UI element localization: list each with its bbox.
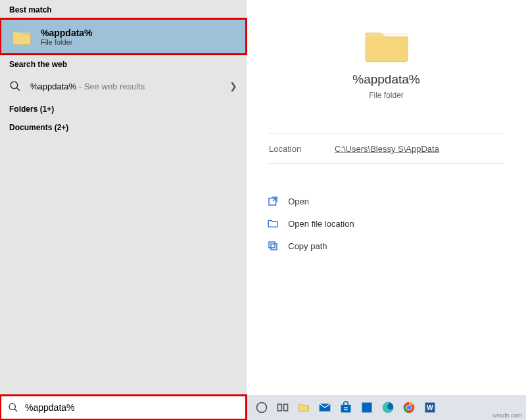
preview-title: %appdata%: [352, 72, 419, 87]
task-view-icon[interactable]: [274, 399, 291, 416]
taskbar-search-box[interactable]: [0, 395, 247, 420]
svg-rect-8: [278, 404, 282, 411]
copy-path-action[interactable]: Copy path: [260, 235, 512, 257]
chrome-icon[interactable]: [400, 399, 418, 416]
svg-rect-15: [346, 409, 347, 410]
svg-rect-9: [284, 404, 288, 411]
store-icon[interactable]: [337, 399, 354, 416]
results-panel: Best match %appdata% File folder Search …: [0, 0, 247, 395]
location-label: Location: [269, 144, 335, 154]
best-match-title: %appdata%: [41, 28, 93, 38]
svg-rect-11: [341, 405, 351, 413]
folder-icon: [12, 29, 32, 45]
svg-text:W: W: [427, 404, 433, 411]
svg-point-20: [407, 406, 412, 410]
folder-location-icon: [267, 218, 279, 229]
best-match-text: %appdata% File folder: [41, 28, 93, 46]
folders-category[interactable]: Folders (1+): [0, 99, 247, 118]
location-row: Location C:\Users\Blessy S\AppData: [269, 140, 504, 163]
documents-category[interactable]: Documents (2+): [0, 118, 247, 136]
best-match-header: Best match: [0, 0, 247, 18]
search-icon: [9, 80, 21, 92]
watermark: wsxdn.com: [492, 412, 522, 419]
app-icon[interactable]: [358, 399, 375, 416]
svg-line-6: [14, 409, 17, 411]
search-icon: [8, 402, 18, 413]
taskbar-icons: W: [247, 399, 439, 416]
word-icon[interactable]: W: [421, 399, 439, 416]
best-match-result[interactable]: %appdata% File folder: [0, 18, 247, 55]
copy-path-label: Copy path: [288, 241, 327, 251]
svg-rect-3: [271, 244, 277, 250]
divider: [269, 133, 504, 133]
svg-rect-14: [345, 409, 346, 410]
divider: [269, 163, 504, 164]
cortana-icon[interactable]: [253, 399, 270, 416]
open-file-location-action[interactable]: Open file location: [260, 212, 512, 235]
web-result-item[interactable]: %appdata% - See web results ❯: [0, 73, 247, 99]
web-result-hint: - See web results: [76, 82, 145, 91]
search-web-header: Search the web: [0, 55, 247, 73]
file-explorer-icon[interactable]: [295, 399, 312, 416]
copy-icon: [267, 240, 279, 252]
best-match-subtitle: File folder: [41, 38, 93, 46]
open-location-label: Open file location: [288, 219, 354, 229]
open-icon: [267, 195, 279, 207]
preview-subtitle: File folder: [369, 91, 404, 100]
search-results-window: Best match %appdata% File folder Search …: [0, 0, 526, 395]
folder-icon: [363, 25, 410, 63]
svg-rect-4: [269, 242, 275, 248]
actions-list: Open Open file location Copy path: [260, 190, 512, 257]
taskbar: W wsxdn.com: [0, 395, 526, 420]
chevron-right-icon: ❯: [229, 81, 237, 91]
edge-icon[interactable]: [379, 399, 396, 416]
svg-rect-12: [345, 407, 346, 408]
web-result-label: %appdata%: [30, 82, 76, 91]
open-label: Open: [288, 197, 309, 206]
svg-point-5: [9, 404, 15, 409]
svg-point-7: [257, 403, 267, 413]
svg-line-1: [16, 87, 20, 91]
open-action[interactable]: Open: [260, 190, 512, 212]
preview-panel: %appdata% File folder Location C:\Users\…: [247, 0, 526, 395]
mail-icon[interactable]: [316, 399, 333, 416]
svg-rect-16: [362, 403, 372, 413]
location-link[interactable]: C:\Users\Blessy S\AppData: [335, 144, 439, 154]
svg-point-0: [11, 82, 18, 89]
search-input[interactable]: [25, 402, 239, 413]
svg-rect-13: [346, 407, 347, 408]
